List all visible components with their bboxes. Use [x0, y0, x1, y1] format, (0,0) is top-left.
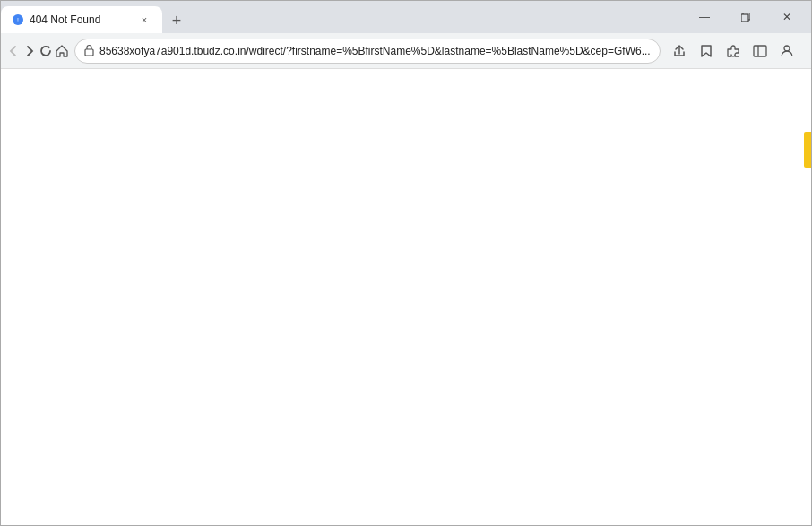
puzzle-icon: [726, 44, 740, 58]
minimize-button[interactable]: —: [684, 3, 725, 31]
menu-button[interactable]: [800, 38, 812, 65]
svg-rect-6: [754, 46, 766, 56]
toolbar: 85638xofya7a901d.tbudz.co.in/wdirect/?fi…: [1, 33, 811, 69]
lock-icon: [84, 44, 94, 57]
bookmark-icon: [700, 44, 713, 58]
tab-close-button[interactable]: ×: [137, 13, 151, 27]
tabs-area: ! 404 Not Found × +: [1, 1, 684, 33]
tab-favicon-icon: !: [12, 13, 24, 26]
back-icon: [6, 44, 21, 58]
url-text: 85638xofya7a901d.tbudz.co.in/wdirect/?fi…: [99, 45, 651, 57]
extensions-button[interactable]: [720, 38, 747, 65]
profile-button[interactable]: [773, 38, 800, 65]
window-controls: — ✕: [684, 1, 811, 33]
active-tab[interactable]: ! 404 Not Found ×: [1, 6, 162, 33]
home-icon: [55, 44, 69, 58]
titlebar: ! 404 Not Found × + — ✕: [1, 1, 811, 33]
restore-button[interactable]: [725, 3, 766, 31]
secure-lock-icon: [84, 44, 94, 56]
share-icon: [672, 44, 687, 58]
back-button[interactable]: [6, 38, 21, 65]
yellow-strip: [804, 132, 811, 168]
address-bar-container: 85638xofya7a901d.tbudz.co.in/wdirect/?fi…: [74, 39, 661, 64]
sidebar-icon: [753, 45, 767, 57]
address-bar[interactable]: 85638xofya7a901d.tbudz.co.in/wdirect/?fi…: [74, 39, 661, 64]
home-button[interactable]: [55, 38, 69, 65]
reload-button[interactable]: [39, 38, 53, 65]
toolbar-actions: [666, 38, 812, 65]
svg-rect-3: [741, 14, 748, 22]
share-button[interactable]: [666, 38, 693, 65]
close-button[interactable]: ✕: [766, 3, 808, 31]
sidebar-button[interactable]: [747, 38, 773, 65]
forward-button[interactable]: [22, 38, 37, 65]
restore-icon: [741, 13, 750, 22]
svg-marker-4: [48, 45, 50, 49]
reload-icon: [39, 44, 53, 58]
svg-point-8: [784, 46, 790, 51]
browser-window: ! 404 Not Found × + — ✕: [0, 0, 812, 526]
bookmark-button[interactable]: [693, 38, 720, 65]
new-tab-button[interactable]: +: [164, 8, 189, 33]
profile-icon: [780, 44, 794, 58]
svg-rect-5: [85, 49, 93, 56]
svg-text:!: !: [17, 17, 19, 23]
forward-icon: [22, 44, 37, 58]
page-content: [1, 69, 811, 525]
tab-title: 404 Not Found: [30, 13, 132, 26]
